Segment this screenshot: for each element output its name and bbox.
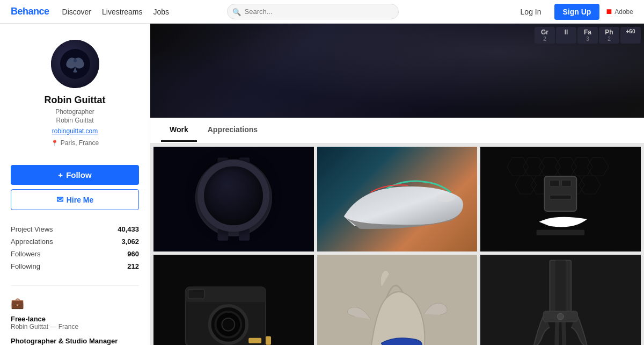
svg-rect-46 <box>555 260 566 314</box>
follow-plus-icon: + <box>58 170 63 179</box>
svg-text:UND APNE: UND APNE <box>223 170 245 175</box>
svg-rect-30 <box>562 180 572 186</box>
grid-item-nike[interactable] <box>480 147 641 251</box>
svg-point-5 <box>215 179 252 217</box>
svg-point-3 <box>199 163 268 232</box>
adobe-logo: ■ Adobe <box>606 6 633 17</box>
badge-abbr: Il <box>558 28 574 36</box>
stat-label: Project Views <box>11 225 53 233</box>
tab-work[interactable]: Work <box>161 119 197 142</box>
badge-num: 2 <box>601 36 617 42</box>
svg-rect-8 <box>217 157 228 169</box>
stat-value: 40,433 <box>118 225 139 233</box>
stat-appreciations: Appreciations 3,062 <box>11 235 139 248</box>
divider <box>11 285 139 286</box>
nav-discover[interactable]: Discover <box>62 8 91 16</box>
svg-rect-10 <box>217 229 228 241</box>
skill-badge-ph[interactable]: Ph 2 <box>599 27 619 44</box>
badge-abbr: Ph <box>601 28 617 36</box>
stat-label: Following <box>11 262 40 270</box>
svg-point-48 <box>558 313 564 320</box>
skill-badge-fa[interactable]: Fa 3 <box>577 27 598 44</box>
grid-item-camera[interactable] <box>153 255 314 345</box>
profile-header: Robin Guittat Photographer Robin Guittat… <box>0 24 150 157</box>
nav-links: Discover Livestreams Jobs <box>62 8 170 16</box>
grid-item-shoe[interactable] <box>317 147 478 251</box>
adobe-label: Adobe <box>614 8 633 16</box>
svg-point-7 <box>225 199 236 210</box>
stats-section: Project Views 40,433 Appreciations 3,062… <box>0 219 150 281</box>
stat-followers: Followers 960 <box>11 248 139 260</box>
grid-item-watch[interactable]: UND APNE <box>153 147 314 251</box>
profile-website[interactable]: robinguittat.com <box>52 127 98 135</box>
work-item-title: Photographer & Studio Manager <box>11 337 139 345</box>
camera-illustration <box>153 255 314 345</box>
stat-value: 960 <box>127 250 139 258</box>
work-item-title: Free-lance <box>11 315 139 323</box>
search-bar: 🔍 <box>227 4 399 19</box>
sculpture-illustration <box>317 255 478 345</box>
navbar-right: Log In Sign Up ■ Adobe <box>514 4 633 20</box>
stat-following: Following 212 <box>11 260 139 272</box>
svg-rect-29 <box>550 180 560 186</box>
profile-title: Photographer <box>11 108 139 116</box>
avatar-svg <box>59 48 91 80</box>
cover-image: Gr 2 Il Fa 3 Ph 2 +60 <box>150 24 644 118</box>
badge-num: 3 <box>580 36 596 42</box>
svg-rect-32 <box>537 230 585 235</box>
profile-subtitle: Robin Guittat <box>11 117 139 124</box>
skill-badge-more[interactable]: +60 <box>620 27 641 44</box>
stat-label: Appreciations <box>11 238 53 246</box>
skill-badge-il[interactable]: Il <box>556 27 576 44</box>
watch-illustration: UND APNE <box>153 147 314 251</box>
avatar <box>51 40 99 88</box>
work-history: 💼 Free-lance Robin Guittat — France Phot… <box>0 290 150 345</box>
behance-logo[interactable]: Behance <box>11 6 49 17</box>
svg-rect-42 <box>266 336 271 345</box>
svg-rect-37 <box>188 289 204 299</box>
follow-label: Follow <box>66 170 92 179</box>
nav-livestreams[interactable]: Livestreams <box>102 8 142 16</box>
svg-point-40 <box>222 318 235 331</box>
signup-button[interactable]: Sign Up <box>554 4 600 20</box>
stat-label: Followers <box>11 250 41 258</box>
tabs-bar: Work Appreciations <box>150 118 644 143</box>
hire-label: Hire Me <box>67 196 94 204</box>
grid-item-robotic[interactable] <box>480 255 641 345</box>
stat-value: 212 <box>127 262 139 270</box>
adobe-icon: ■ <box>606 6 612 17</box>
svg-rect-31 <box>550 195 572 199</box>
grid-item-sculpture[interactable] <box>317 255 478 345</box>
svg-point-4 <box>207 171 261 225</box>
navbar: Behance Discover Livestreams Jobs 🔍 Log … <box>0 0 644 24</box>
work-item-0: Free-lance Robin Guittat — France <box>11 315 139 330</box>
tab-appreciations[interactable]: Appreciations <box>199 119 266 142</box>
follow-button[interactable]: + Follow <box>11 165 139 185</box>
work-item-sub: Robin Guittat — France <box>11 323 139 330</box>
location-text: Paris, France <box>61 139 99 147</box>
skill-badges: Gr 2 Il Fa 3 Ph 2 +60 <box>531 24 644 47</box>
work-grid: UND APNE <box>150 143 644 345</box>
badge-abbr: +60 <box>623 28 639 34</box>
skill-badge-gr[interactable]: Gr 2 <box>535 27 555 44</box>
login-button[interactable]: Log In <box>514 4 548 19</box>
sidebar: Robin Guittat Photographer Robin Guittat… <box>0 24 150 345</box>
search-icon: 🔍 <box>232 8 241 16</box>
location-icon: 📍 <box>51 140 58 147</box>
briefcase-icon: 💼 <box>11 297 139 310</box>
svg-rect-9 <box>239 157 250 169</box>
svg-rect-28 <box>545 176 577 211</box>
work-item-1: Photographer & Studio Manager Licen Stud… <box>11 337 139 345</box>
nike-illustration <box>480 147 641 251</box>
hire-button[interactable]: ✉ Hire Me <box>11 189 139 210</box>
avatar-image <box>51 40 99 88</box>
stat-value: 3,062 <box>121 238 139 246</box>
badge-abbr: Fa <box>580 28 596 36</box>
shoe-illustration <box>317 147 478 251</box>
search-input[interactable] <box>227 4 399 19</box>
nav-jobs[interactable]: Jobs <box>153 8 169 16</box>
svg-point-6 <box>238 186 251 199</box>
profile-name: Robin Guittat <box>11 95 139 106</box>
stat-project-views: Project Views 40,433 <box>11 223 139 235</box>
envelope-icon: ✉ <box>56 195 63 205</box>
